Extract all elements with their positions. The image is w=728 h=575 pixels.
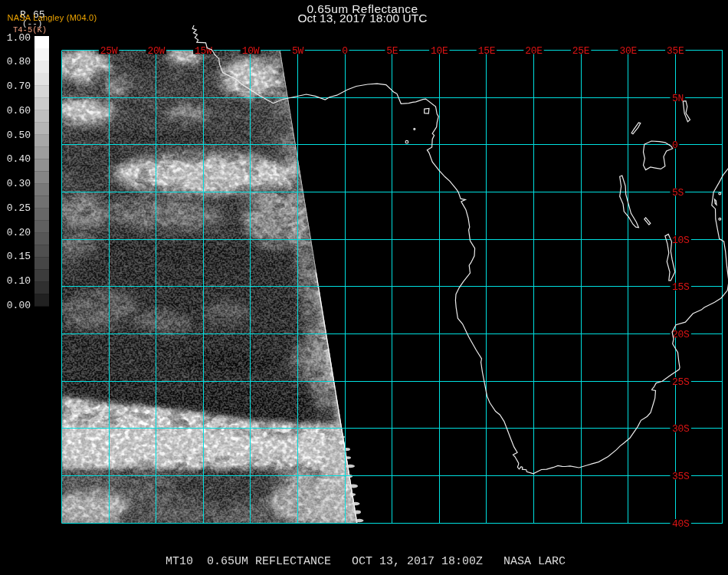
svg-text:25E: 25E <box>572 45 590 57</box>
svg-text:15E: 15E <box>478 45 496 57</box>
svg-text:5S: 5S <box>672 187 684 199</box>
svg-text:20S: 20S <box>672 329 690 340</box>
svg-text:0.60: 0.60 <box>7 105 31 117</box>
svg-text:0.15: 0.15 <box>7 251 31 262</box>
svg-text:10S: 10S <box>672 235 690 246</box>
svg-text:0.70: 0.70 <box>7 80 31 92</box>
svg-text:35E: 35E <box>667 45 684 57</box>
svg-text:MT10 0.65UM REFLECTANCE OCT: MT10 0.65UM REFLECTANCE OCT 13, 2017 18:… <box>166 555 566 568</box>
svg-text:0.40: 0.40 <box>7 153 31 165</box>
svg-text:0.10: 0.10 <box>7 275 31 287</box>
svg-text:5W: 5W <box>292 45 304 57</box>
svg-text:0.20: 0.20 <box>7 227 31 238</box>
svg-text:Oct 13, 2017 18:00 UTC: Oct 13, 2017 18:00 UTC <box>297 12 427 25</box>
svg-text:0: 0 <box>342 45 348 57</box>
svg-text:0.80: 0.80 <box>7 56 31 67</box>
svg-text:0: 0 <box>672 140 678 151</box>
svg-text:25W: 25W <box>100 45 118 57</box>
svg-text:35S: 35S <box>672 471 690 482</box>
svg-text:10E: 10E <box>431 45 448 57</box>
svg-text:T4-5(K): T4-5(K) <box>13 25 47 34</box>
svg-text:15S: 15S <box>672 281 690 293</box>
svg-text:10W: 10W <box>242 45 260 57</box>
svg-text:40S: 40S <box>672 518 690 530</box>
svg-text:5N: 5N <box>672 93 684 104</box>
svg-text:0.00: 0.00 <box>7 300 31 311</box>
svg-text:15W: 15W <box>195 45 212 57</box>
svg-text:5E: 5E <box>386 45 398 57</box>
svg-text:30E: 30E <box>619 45 637 57</box>
svg-text:NASA Langley (M04.0): NASA Langley (M04.0) <box>8 13 97 22</box>
svg-text:20W: 20W <box>147 45 165 57</box>
svg-text:30S: 30S <box>672 423 690 435</box>
svg-text:20E: 20E <box>525 45 543 57</box>
svg-text:25S: 25S <box>672 376 690 388</box>
svg-text:0.25: 0.25 <box>7 202 31 214</box>
svg-text:0.30: 0.30 <box>7 178 31 189</box>
svg-text:0.50: 0.50 <box>7 130 31 141</box>
